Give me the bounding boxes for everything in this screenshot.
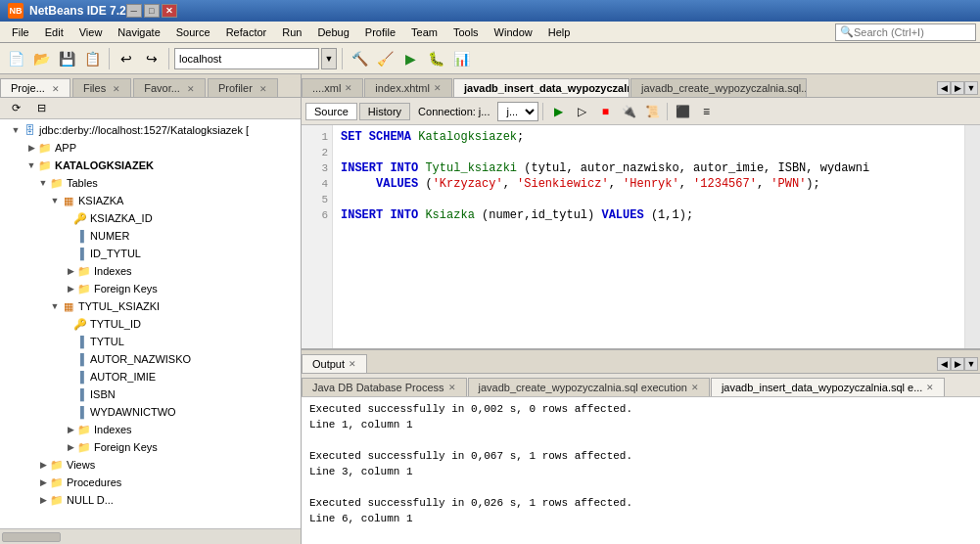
tree-node-tytul[interactable]: ▐ TYTUL [2,333,299,350]
tree-node-ksiazka-id[interactable]: 🔑 KSIAZKA_ID [2,209,299,227]
expand-icon[interactable]: ▶ [37,459,49,471]
close-button[interactable]: ✕ [162,4,177,18]
history-tab[interactable]: History [359,103,410,120]
menu-run[interactable]: Run [274,24,309,40]
tree-node-ksiazka[interactable]: ▼ ▦ KSIAZKA [2,192,299,209]
tab-close-icon[interactable]: ✕ [345,83,352,93]
tab-files[interactable]: Files ✕ [72,78,131,97]
tree-node-tables[interactable]: ▼ 📁 Tables [2,174,299,192]
tree-node-id-tytul[interactable]: ▐ ID_TYTUL [2,245,299,262]
output-tab-scroll-right[interactable]: ▶ [951,357,964,371]
menu-team[interactable]: Team [403,24,445,40]
menu-profile[interactable]: Profile [357,24,403,40]
tab-close-icon[interactable]: ✕ [349,359,356,369]
expand-icon[interactable]: ▼ [37,177,49,189]
tab-close-icon[interactable]: ✕ [259,84,267,94]
menu-file[interactable]: File [4,24,37,40]
clean-build-button[interactable]: 🧹 [373,47,397,70]
search-input[interactable] [854,26,971,38]
menu-navigate[interactable]: Navigate [110,24,167,40]
tree-node-katalog[interactable]: ▼ 📁 KATALOGKSIAZEK [2,157,299,174]
tree-node-autor-imie[interactable]: ▐ AUTOR_IMIE [2,368,299,385]
tree-node-tytul-ksiazki[interactable]: ▼ ▦ TYTUL_KSIAZKI [2,297,299,315]
tree-node-autor-nazwisko[interactable]: ▐ AUTOR_NAZWISKO [2,350,299,368]
save-button[interactable]: 💾 [55,47,78,70]
expand-icon[interactable]: ▶ [65,441,76,453]
expand-icon[interactable]: ▶ [65,283,76,295]
server-combo[interactable] [174,48,319,69]
search-box[interactable]: 🔍 [835,23,976,41]
output-tab-scroll-left[interactable]: ◀ [937,357,951,371]
tree-node-fk-ksiazka[interactable]: ▶ 📁 Foreign Keys [2,280,299,297]
expand-icon[interactable]: ▼ [49,300,61,312]
output-subtab-javadb[interactable]: Java DB Database Process ✕ [302,378,467,396]
tab-xhtml[interactable]: index.xhtml ✕ [364,78,452,97]
maximize-button[interactable]: □ [144,4,160,18]
history-button[interactable]: 📜 [641,101,663,122]
tree-connection[interactable]: ▼ 🗄 jdbc:derby://localhost:1527/Katalogk… [2,121,299,139]
debug-button[interactable]: 🐛 [424,47,447,70]
tab-close-icon[interactable]: ✕ [448,383,456,392]
expand-icon[interactable]: ▼ [10,124,22,136]
menu-help[interactable]: Help [540,24,579,40]
menu-edit[interactable]: Edit [37,24,71,40]
expand-icon[interactable]: ▶ [65,265,76,277]
run-button[interactable]: ▶ [398,47,422,70]
tree-node-fk-tytul[interactable]: ▶ 📁 Foreign Keys [2,438,299,456]
tab-close-icon[interactable]: ✕ [434,83,442,93]
menu-window[interactable]: Window [487,24,540,40]
undo-button[interactable]: ↩ [115,47,138,70]
expand-icon[interactable]: ▼ [25,159,37,171]
open-project-button[interactable]: 📂 [29,47,53,70]
expand-icon[interactable]: ▶ [37,476,49,488]
tree-node-procedures[interactable]: ▶ 📁 Procedures [2,474,299,491]
tab-close-icon[interactable]: ✕ [52,84,60,94]
stop-button[interactable]: ■ [594,101,616,122]
expand-icon[interactable]: ▶ [25,142,37,154]
collapse-button[interactable]: ⊟ [29,97,53,120]
tab-projects[interactable]: Proje... ✕ [0,78,70,97]
tab-xml[interactable]: ....xml ✕ [302,78,363,97]
sync-button[interactable]: ⟳ [4,97,27,120]
code-content[interactable]: SET SCHEMA Katalogksiazek; INSERT INTO T… [333,125,964,348]
menu-tools[interactable]: Tools [445,24,487,40]
build-button[interactable]: 🔨 [348,47,371,70]
expand-icon[interactable]: ▼ [49,195,61,206]
code-vertical-scrollbar[interactable] [964,125,980,348]
tab-list-button[interactable]: ▼ [964,81,978,95]
tree-node-indexes-ksiazka[interactable]: ▶ 📁 Indexes [2,262,299,280]
source-tab[interactable]: Source [305,103,357,120]
output-tab[interactable]: Output ✕ [302,354,367,373]
scrollbar-thumb[interactable] [2,532,61,542]
run-sql-button[interactable]: ▶ [547,101,569,122]
tree-node-indexes-tytul[interactable]: ▶ 📁 Indexes [2,421,299,438]
sql-structure-button[interactable]: ⬛ [672,101,693,122]
tab-favorites[interactable]: Favor... ✕ [133,78,206,97]
tree-node-numer[interactable]: ▐ NUMER [2,227,299,245]
output-tab-list[interactable]: ▼ [964,357,978,371]
server-combo-arrow[interactable]: ▼ [321,48,337,69]
output-subtab-insert[interactable]: javadb_insert_data_wypozyczalnia.sql e..… [711,378,945,396]
tree-node-views[interactable]: ▶ 📁 Views [2,456,299,474]
menu-refactor[interactable]: Refactor [218,24,275,40]
output-subtab-create[interactable]: javadb_create_wypozyczalnia.sql executio… [468,378,710,396]
connection-select[interactable]: j... [497,102,538,121]
tab-close-icon[interactable]: ✕ [187,84,195,94]
save-all-button[interactable]: 📋 [80,47,104,70]
run-selection-button[interactable]: ▷ [571,101,592,122]
new-project-button[interactable]: 📄 [4,47,27,70]
menu-source[interactable]: Source [168,24,218,40]
tree-horizontal-scrollbar[interactable] [0,528,301,544]
expand-icon[interactable]: ▶ [37,494,49,506]
tab-create-sql[interactable]: javadb_create_wypozyczalnia.sql... ✕ [630,78,807,97]
tree-node-isbn[interactable]: ▐ ISBN [2,385,299,403]
menu-view[interactable]: View [71,24,111,40]
tab-insert-sql[interactable]: javadb_insert_data_wypozyczalnia.sql ✕ [453,78,630,97]
profile-button[interactable]: 📊 [449,47,473,70]
tab-scroll-right[interactable]: ▶ [951,81,964,95]
tree-node-tytul-id[interactable]: 🔑 TYTUL_ID [2,315,299,333]
tab-scroll-left[interactable]: ◀ [937,81,951,95]
tab-close-icon[interactable]: ✕ [691,383,699,392]
redo-button[interactable]: ↪ [140,47,163,70]
menu-debug[interactable]: Debug [309,24,356,40]
